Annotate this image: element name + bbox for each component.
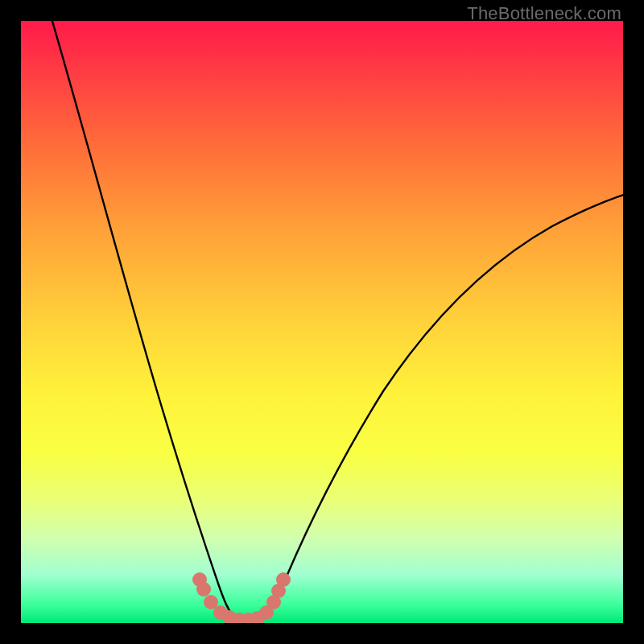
marker-group [192, 572, 291, 623]
left-curve-path [50, 21, 237, 620]
svg-point-11 [276, 572, 291, 587]
chart-svg [21, 21, 623, 623]
right-curve-path [262, 194, 623, 620]
svg-point-1 [196, 582, 211, 597]
watermark-text: TheBottleneck.com [467, 3, 621, 24]
chart-area [21, 21, 623, 623]
